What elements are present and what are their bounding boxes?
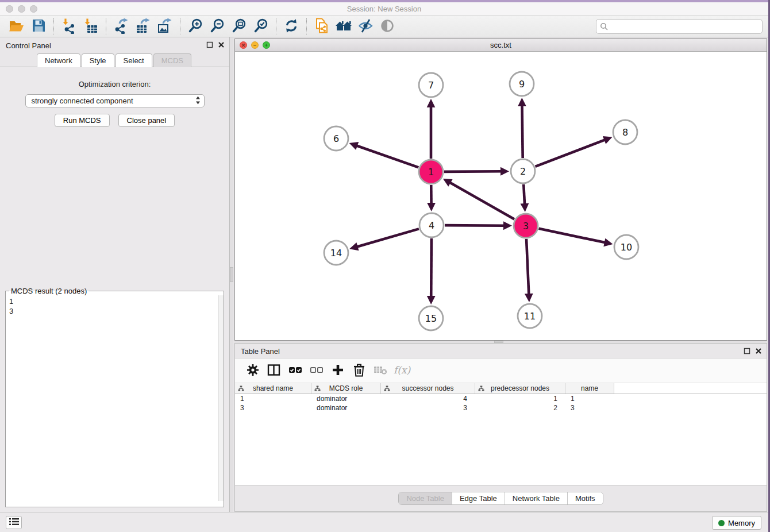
network-maximize-button[interactable]: +	[263, 41, 270, 49]
table-mode-button[interactable]	[263, 361, 284, 381]
edge-2-8[interactable]	[535, 136, 612, 167]
network-close-button[interactable]: ✕	[240, 41, 247, 49]
edge-1-2[interactable]	[444, 167, 509, 176]
column-header-predecessor-nodes[interactable]: predecessor nodes	[475, 383, 565, 394]
save-session-button[interactable]	[28, 17, 49, 36]
tab-network[interactable]: Network	[37, 53, 80, 67]
node-label: 9	[519, 79, 525, 90]
add-column-button[interactable]	[327, 361, 348, 381]
cell-shared-name[interactable]: 3	[235, 403, 311, 413]
search-input[interactable]	[596, 19, 763, 34]
table-tab-edge-table[interactable]: Edge Table	[452, 492, 505, 504]
select-all-columns-button[interactable]	[284, 361, 306, 381]
edge-4-15[interactable]	[427, 238, 436, 304]
edge-4-14[interactable]	[349, 229, 419, 250]
graph-node-7[interactable]: 7	[419, 73, 443, 97]
cell-successor-nodes[interactable]: 3	[381, 403, 475, 413]
zoom-selected-button[interactable]	[250, 17, 272, 36]
network-home-button[interactable]	[333, 17, 355, 36]
mcds-result-box[interactable]: 13	[6, 295, 224, 501]
edge-2-9[interactable]	[518, 98, 526, 158]
close-panel-button[interactable]: Close panel	[118, 114, 175, 127]
maximize-window-button[interactable]	[30, 5, 37, 13]
edge-3-11[interactable]	[525, 239, 533, 302]
cell-shared-name[interactable]: 1	[235, 394, 311, 403]
graph-node-1[interactable]: 1	[419, 160, 443, 184]
graph-node-4[interactable]: 4	[419, 213, 444, 237]
graph-node-14[interactable]: 14	[324, 241, 348, 265]
table-row[interactable]: 3dominator323	[235, 403, 767, 413]
cell-predecessor-nodes[interactable]: 1	[475, 394, 565, 403]
graph-node-15[interactable]: 15	[419, 306, 443, 330]
memory-button[interactable]: Memory	[712, 516, 761, 530]
task-history-button[interactable]	[6, 516, 22, 529]
edge-2-3[interactable]	[521, 184, 529, 212]
node-label: 14	[330, 248, 342, 259]
edge-4-3[interactable]	[445, 221, 512, 230]
cell-predecessor-nodes[interactable]: 2	[475, 403, 565, 413]
close-table-panel-icon[interactable]	[755, 348, 762, 354]
graph-node-8[interactable]: 8	[613, 120, 637, 144]
graph-node-2[interactable]: 2	[511, 159, 535, 183]
cell-MCDS-role[interactable]: dominator	[311, 403, 381, 413]
edge-1-7[interactable]	[427, 99, 436, 159]
vertical-splitter-handle[interactable]	[230, 267, 233, 282]
import-network-button[interactable]	[58, 17, 80, 36]
import-table-button[interactable]	[80, 17, 102, 36]
optimization-criterion-select[interactable]: strongly connected component	[25, 94, 205, 107]
network-minimize-button[interactable]: −	[251, 41, 259, 49]
vertical-splitter[interactable]	[230, 37, 233, 512]
optimization-criterion-label: Optimization criterion:	[0, 80, 229, 88]
export-network-button[interactable]	[110, 17, 132, 36]
duplicate-network-button[interactable]	[311, 17, 333, 36]
table-tab-motifs[interactable]: Motifs	[567, 492, 603, 504]
tab-select[interactable]: Select	[116, 53, 152, 67]
column-header-name[interactable]: name	[565, 383, 614, 394]
horizontal-splitter-handle[interactable]	[494, 341, 503, 343]
appearance-eye-button[interactable]	[376, 17, 398, 36]
tab-mcds[interactable]: MCDS	[153, 53, 191, 67]
close-panel-icon[interactable]	[218, 41, 225, 48]
graph-node-3[interactable]: 3	[514, 214, 538, 238]
column-header-MCDS-role[interactable]: MCDS role	[311, 383, 381, 394]
graph-node-9[interactable]: 9	[510, 72, 534, 96]
table-row[interactable]: 1dominator411	[235, 394, 767, 403]
tab-style[interactable]: Style	[82, 53, 114, 67]
minimize-window-button[interactable]	[18, 5, 25, 13]
zoom-in-button[interactable]	[184, 17, 206, 36]
float-table-panel-icon[interactable]	[744, 348, 750, 354]
table-tab-node-table[interactable]: Node Table	[399, 492, 452, 504]
column-settings-button[interactable]	[242, 361, 263, 381]
deselect-all-columns-button[interactable]	[306, 361, 327, 381]
graph-node-10[interactable]: 10	[614, 235, 638, 259]
graphics-details-button[interactable]	[355, 17, 376, 36]
refresh-layout-button[interactable]	[280, 17, 302, 36]
select-all-columns-icon	[288, 363, 303, 379]
edge-3-10[interactable]	[539, 229, 613, 246]
cell-MCDS-role[interactable]: dominator	[311, 394, 381, 403]
delete-column-button[interactable]	[348, 361, 369, 381]
horizontal-splitter[interactable]	[234, 341, 767, 343]
zoom-fit-button[interactable]	[228, 17, 250, 36]
column-header-successor-nodes[interactable]: successor nodes	[381, 383, 475, 394]
graph-node-11[interactable]: 11	[518, 304, 542, 328]
float-panel-icon[interactable]	[206, 41, 213, 48]
column-header-shared-name[interactable]: shared name	[235, 383, 311, 394]
zoom-out-button[interactable]	[206, 17, 228, 36]
close-window-button[interactable]	[6, 5, 13, 13]
cell-name[interactable]: 1	[565, 394, 614, 403]
edge-1-6[interactable]	[349, 142, 419, 167]
export-image-button[interactable]	[154, 17, 176, 36]
edge-1-4[interactable]	[427, 185, 436, 211]
table-tab-network-table[interactable]: Network Table	[505, 492, 567, 504]
network-window-titlebar[interactable]: ✕ − + scc.txt	[235, 39, 767, 52]
network-canvas[interactable]: 7968124314101511	[235, 52, 767, 340]
cell-name[interactable]: 3	[565, 403, 614, 413]
run-mcds-button[interactable]: Run MCDS	[55, 114, 110, 127]
open-session-button[interactable]	[6, 17, 28, 36]
result-scrollbar[interactable]	[218, 295, 224, 501]
graph-node-6[interactable]: 6	[324, 126, 348, 151]
edge-3-1[interactable]	[443, 179, 514, 219]
cell-successor-nodes[interactable]: 4	[381, 394, 475, 403]
export-table-button[interactable]	[132, 17, 154, 36]
